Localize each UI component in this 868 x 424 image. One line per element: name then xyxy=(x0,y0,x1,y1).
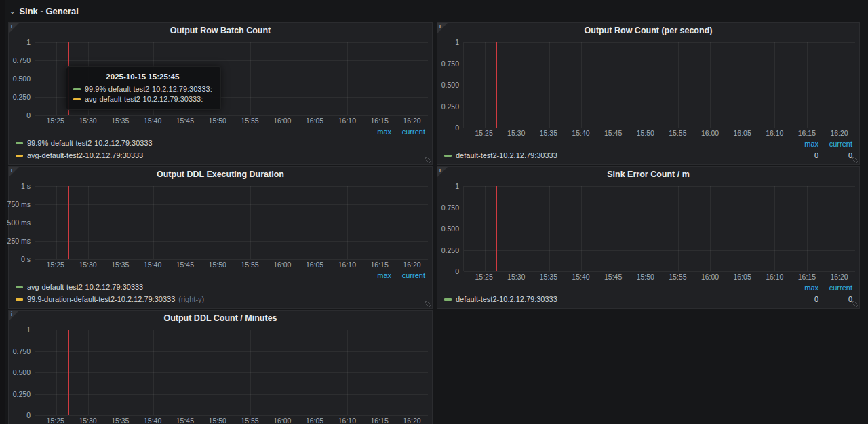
plot-area[interactable] xyxy=(35,186,428,259)
legend-item[interactable]: default-test2-10.2.12.79:30333 0 0 xyxy=(437,293,859,305)
x-tick-label: 15:30 xyxy=(507,273,525,281)
x-axis: 15:2515:3015:3515:4015:4515:5015:5516:00… xyxy=(35,259,428,270)
x-tick-label: 15:25 xyxy=(47,417,64,424)
legend-sort-max[interactable]: max xyxy=(785,284,818,292)
legend-label[interactable]: avg-default-test2-10.2.12.79:30333 xyxy=(27,151,143,159)
crosshair-line xyxy=(68,330,69,415)
x-tick-label: 16:15 xyxy=(371,261,389,269)
panel-output-row-count: i Output Row Count (per second) 10.7500.… xyxy=(437,22,860,165)
x-tick-label: 16:00 xyxy=(701,273,719,281)
gridline-horizontal xyxy=(464,208,855,208)
y-tick-label: 0.750 xyxy=(441,204,459,212)
panel-title[interactable]: Output DDL Executing Duration xyxy=(9,167,432,182)
legend-max-value: 0 xyxy=(785,295,818,303)
panel-resize-handle[interactable] xyxy=(425,301,431,307)
panel-output-ddl-count-minutes: i Output DDL Count / Minutes 10.7500.500… xyxy=(8,310,433,424)
legend-item[interactable]: avg-default-test2-10.2.12.79:30333 xyxy=(9,281,432,293)
grafana-dashboard: ⌄ Sink - General i Output Row Batch Coun… xyxy=(0,0,868,424)
x-tick-label: 15:55 xyxy=(241,117,258,125)
legend-max-value: 0 xyxy=(785,151,818,159)
gridline-horizontal xyxy=(464,250,855,251)
legend-sort-current[interactable]: current xyxy=(818,284,852,292)
x-tick-label: 15:25 xyxy=(475,129,492,137)
x-axis: 15:2515:3015:3515:4015:4515:5015:5516:00… xyxy=(35,115,428,126)
x-tick-label: 15:40 xyxy=(144,261,161,269)
x-tick-label: 16:20 xyxy=(403,261,420,269)
gridline-horizontal xyxy=(464,42,855,43)
series-color-swatch xyxy=(16,298,23,301)
y-tick-label: 0.250 xyxy=(441,102,459,111)
y-tick-label: 1 s xyxy=(21,182,31,190)
y-tick-label: 0 xyxy=(455,123,459,132)
legend-label[interactable]: default-test2-10.2.12.79:30333 xyxy=(456,151,557,159)
x-tick-label: 16:00 xyxy=(273,117,291,125)
y-tick-label: 500 ms xyxy=(7,218,31,227)
legend-sort-current[interactable]: current xyxy=(391,128,425,136)
dashboard-row-header[interactable]: ⌄ Sink - General xyxy=(9,6,79,16)
x-tick-label: 15:25 xyxy=(47,261,64,269)
legend-label[interactable]: default-test2-10.2.12.79:30333 xyxy=(456,295,557,303)
x-axis: 15:2515:3015:3515:4015:4515:5015:5516:00… xyxy=(463,271,855,282)
plot-area[interactable] xyxy=(463,186,855,271)
series-color-swatch xyxy=(16,286,23,288)
panel-title[interactable]: Sink Error Count / m xyxy=(437,167,859,182)
legend-sort-current[interactable]: current xyxy=(818,140,852,148)
gridline-horizontal xyxy=(35,204,428,205)
x-tick-label: 16:10 xyxy=(338,261,356,269)
y-tick-label: 1 xyxy=(26,38,31,46)
legend-sort-headers: max current xyxy=(9,270,432,281)
legend-sort-max[interactable]: max xyxy=(785,140,818,148)
tooltip-series-label: 99.9%-default-test2-10.2.12.79:30333: xyxy=(85,85,212,93)
y-tick-label: 750 ms xyxy=(7,200,31,208)
x-tick-label: 15:50 xyxy=(209,261,226,269)
panel-title[interactable]: Output Row Batch Count xyxy=(9,23,432,38)
y-tick-label: 0.250 xyxy=(13,390,31,398)
series-color-swatch xyxy=(16,155,23,157)
y-tick-label: 0.750 xyxy=(441,60,459,68)
x-tick-label: 15:25 xyxy=(475,273,492,281)
tooltip-series: avg-default-test2-10.2.12.79:30333: xyxy=(73,95,212,103)
x-tick-label: 16:15 xyxy=(798,129,816,137)
legend-label[interactable]: avg-default-test2-10.2.12.79:30333 xyxy=(27,283,143,291)
panel-resize-handle[interactable] xyxy=(852,157,858,163)
series-color-swatch xyxy=(444,155,452,157)
legend-current-value: 0 xyxy=(818,295,852,303)
x-tick-label: 16:05 xyxy=(306,261,323,269)
plot-area[interactable] xyxy=(463,42,855,128)
gridline-horizontal xyxy=(464,85,855,85)
x-tick-label: 15:45 xyxy=(604,129,622,137)
x-tick-label: 16:05 xyxy=(306,117,323,125)
row-title: Sink - General xyxy=(19,6,78,16)
plot-area[interactable] xyxy=(35,330,428,415)
y-tick-label: 0.750 xyxy=(13,56,31,64)
legend-label[interactable]: 99.9%-default-test2-10.2.12.79:30333 xyxy=(27,139,153,147)
gridline-horizontal xyxy=(35,223,428,223)
legend-sort-max[interactable]: max xyxy=(357,271,391,280)
legend-label[interactable]: 99.9-duration-default-test2-10.2.12.79:3… xyxy=(27,295,175,303)
panel-resize-handle[interactable] xyxy=(425,157,431,163)
legend-item[interactable]: default-test2-10.2.12.79:30333 0 0 xyxy=(437,149,859,161)
legend-sort-max[interactable]: max xyxy=(357,128,391,136)
gridline-horizontal xyxy=(464,107,855,107)
panel-title[interactable]: Output Row Count (per second) xyxy=(437,23,859,38)
panel-title[interactable]: Output DDL Count / Minutes xyxy=(9,311,432,326)
x-tick-label: 16:00 xyxy=(273,417,291,424)
panel-resize-handle[interactable] xyxy=(852,301,858,307)
gridline-horizontal xyxy=(35,330,428,330)
x-tick-label: 15:30 xyxy=(79,417,96,424)
y-axis: 10.7500.5000.2500 xyxy=(437,42,463,128)
legend-item[interactable]: 99.9-duration-default-test2-10.2.12.79:3… xyxy=(9,293,432,305)
chevron-down-icon: ⌄ xyxy=(9,8,15,15)
legend-item[interactable]: avg-default-test2-10.2.12.79:30333 xyxy=(9,149,432,161)
legend-item[interactable]: 99.9%-default-test2-10.2.12.79:30333 xyxy=(9,137,432,149)
x-tick-label: 16:15 xyxy=(798,273,816,281)
x-tick-label: 16:15 xyxy=(371,117,389,125)
gridline-horizontal xyxy=(35,186,428,187)
y-tick-label: 0.500 xyxy=(441,81,459,89)
x-tick-label: 16:20 xyxy=(403,417,420,424)
panel-output-row-batch-count: i Output Row Batch Count 10.7500.5000.25… xyxy=(8,22,433,165)
x-tick-label: 15:35 xyxy=(111,417,129,424)
legend-sort-current[interactable]: current xyxy=(391,271,425,280)
x-tick-label: 16:10 xyxy=(766,273,783,281)
y-tick-label: 0 s xyxy=(21,255,31,263)
